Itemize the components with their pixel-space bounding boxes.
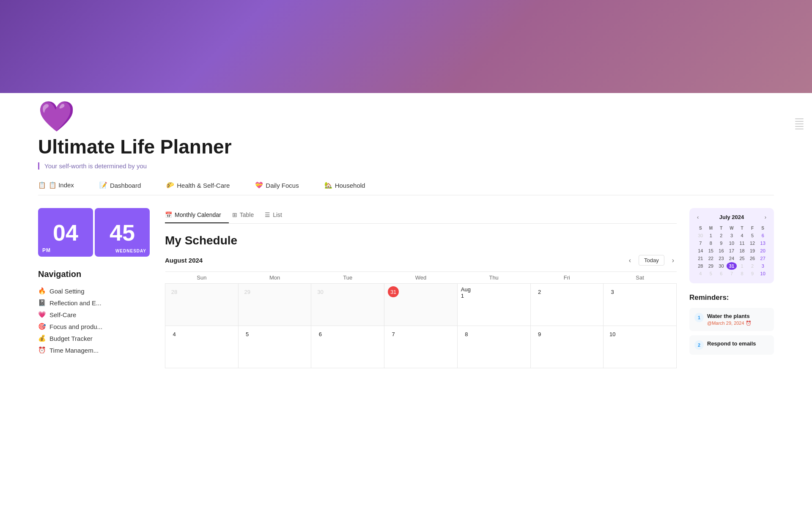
- mini-day[interactable]: 18: [737, 247, 747, 255]
- next-month-button[interactable]: ›: [669, 256, 677, 265]
- mini-cal-row: 21 22 23 24 25 26 27: [695, 255, 768, 262]
- table-cell[interactable]: 10: [604, 326, 677, 368]
- journal-icon: 📓: [38, 299, 46, 307]
- right-sidebar: ‹ July 2024 › S M T W T F S: [689, 208, 774, 368]
- mini-day[interactable]: 9: [747, 270, 758, 277]
- calendar-month: August 2024: [165, 257, 203, 264]
- mini-day[interactable]: 22: [706, 255, 716, 262]
- today-button[interactable]: Today: [639, 255, 664, 266]
- table-cell[interactable]: 3: [604, 284, 677, 326]
- mini-cal-grid: S M T W T F S 30 1 2: [695, 225, 768, 277]
- mini-day[interactable]: 1: [706, 232, 716, 239]
- weekday-sat: Sat: [604, 272, 677, 284]
- calendar-controls: ‹ Today ›: [626, 255, 677, 266]
- mini-day[interactable]: 8: [706, 239, 716, 247]
- table-cell[interactable]: 31: [384, 284, 458, 326]
- nav-section: Navigation 🔥 Goal Setting 📓 Reflection a…: [38, 269, 152, 356]
- table-cell[interactable]: 4: [165, 326, 239, 368]
- mini-day[interactable]: 4: [737, 232, 747, 239]
- mini-cal-header: ‹ July 2024 ›: [695, 214, 768, 220]
- tab-list[interactable]: ☰ List: [265, 208, 290, 223]
- mini-day[interactable]: 6: [716, 270, 727, 277]
- mini-day[interactable]: 15: [706, 247, 716, 255]
- mini-cal-row: 4 5 6 7 8 9 10: [695, 270, 768, 277]
- mini-day[interactable]: 25: [737, 255, 747, 262]
- mini-day[interactable]: 8: [737, 270, 747, 277]
- mini-day[interactable]: 23: [716, 255, 727, 262]
- mini-cal-next[interactable]: ›: [763, 214, 768, 220]
- fire-icon: 🔥: [38, 287, 46, 295]
- top-nav: 📋 📋 Index 📝 Dashboard 🌮 Health & Self-Ca…: [38, 181, 774, 195]
- mini-day[interactable]: 10: [727, 239, 737, 247]
- mini-day[interactable]: 26: [747, 255, 758, 262]
- nav-item-budget[interactable]: 💰 Budget Tracker: [38, 332, 152, 344]
- nav-item-index[interactable]: 📋 📋 Index: [38, 181, 74, 189]
- mini-day[interactable]: 4: [695, 270, 706, 277]
- calendar-header: August 2024 ‹ Today ›: [165, 255, 677, 266]
- nav-item-goal-setting[interactable]: 🔥 Goal Setting: [38, 285, 152, 297]
- mini-day[interactable]: 30: [695, 232, 706, 239]
- reminder-card-2: 2 Respond to emails: [689, 335, 774, 355]
- scrollbar[interactable]: [795, 118, 804, 129]
- mini-day[interactable]: 19: [747, 247, 758, 255]
- mini-day[interactable]: 9: [716, 239, 727, 247]
- prev-month-button[interactable]: ‹: [626, 256, 634, 265]
- weekday-tue: Tue: [311, 272, 384, 284]
- mini-day[interactable]: 7: [727, 270, 737, 277]
- table-cell[interactable]: 6: [311, 326, 384, 368]
- nav-item-health[interactable]: 🌮 Health & Self-Care: [166, 181, 230, 189]
- mini-day[interactable]: 5: [747, 232, 758, 239]
- mini-day[interactable]: 13: [757, 239, 768, 247]
- table-cell[interactable]: 28: [165, 284, 239, 326]
- mini-day[interactable]: 11: [737, 239, 747, 247]
- table-cell[interactable]: Aug 1: [457, 284, 530, 326]
- mini-day[interactable]: 1: [737, 262, 747, 270]
- mini-day-today[interactable]: 31: [727, 262, 737, 270]
- mini-day[interactable]: 16: [716, 247, 727, 255]
- mini-day[interactable]: 2: [747, 262, 758, 270]
- mini-day[interactable]: 3: [757, 262, 768, 270]
- mini-cal-title: July 2024: [719, 214, 744, 220]
- nav-item-self-care[interactable]: 💗 Self-Care: [38, 309, 152, 321]
- calendar-row: 28 29 30 31 Aug 1 2 3: [165, 284, 677, 326]
- tab-monthly-calendar[interactable]: 📅 Monthly Calendar: [165, 208, 229, 223]
- mini-day[interactable]: 6: [757, 232, 768, 239]
- table-cell[interactable]: 30: [311, 284, 384, 326]
- nav-item-reflection[interactable]: 📓 Reflection and E...: [38, 297, 152, 309]
- mini-day[interactable]: 30: [716, 262, 727, 270]
- page-title: Ultimate Life Planner: [38, 135, 774, 158]
- nav-item-time[interactable]: ⏰ Time Managem...: [38, 344, 152, 356]
- center-content: 📅 Monthly Calendar ⊞ Table ☰ List My Sch…: [165, 208, 677, 368]
- tab-table[interactable]: ⊞ Table: [232, 208, 261, 223]
- table-cell[interactable]: 7: [384, 326, 458, 368]
- table-cell[interactable]: 29: [238, 284, 311, 326]
- page-subtitle: Your self-worth is determined by you: [38, 162, 774, 170]
- mini-day[interactable]: 3: [727, 232, 737, 239]
- nav-item-household[interactable]: 🏡 Household: [324, 181, 365, 189]
- table-cell[interactable]: 5: [238, 326, 311, 368]
- table-cell[interactable]: 2: [530, 284, 604, 326]
- mini-day[interactable]: 12: [747, 239, 758, 247]
- mini-weekday: T: [716, 225, 727, 232]
- mini-day[interactable]: 24: [727, 255, 737, 262]
- mini-day[interactable]: 10: [757, 270, 768, 277]
- table-cell[interactable]: 9: [530, 326, 604, 368]
- mini-day[interactable]: 2: [716, 232, 727, 239]
- nav-item-daily-focus[interactable]: 💝 Daily Focus: [255, 181, 299, 189]
- mini-day[interactable]: 14: [695, 247, 706, 255]
- mini-day[interactable]: 21: [695, 255, 706, 262]
- reminders-section: Reminders: 1 Water the plants @March 29,…: [689, 293, 774, 355]
- mini-cal-prev[interactable]: ‹: [695, 214, 700, 220]
- nav-item-dashboard[interactable]: 📝 Dashboard: [99, 181, 141, 189]
- table-cell[interactable]: 8: [457, 326, 530, 368]
- mini-day[interactable]: 5: [706, 270, 716, 277]
- mini-day[interactable]: 20: [757, 247, 768, 255]
- scroll-line: [795, 121, 804, 122]
- mini-day[interactable]: 7: [695, 239, 706, 247]
- nav-item-focus[interactable]: 🎯 Focus and produ...: [38, 321, 152, 332]
- mini-calendar: ‹ July 2024 › S M T W T F S: [689, 208, 774, 283]
- mini-day[interactable]: 17: [727, 247, 737, 255]
- mini-day[interactable]: 29: [706, 262, 716, 270]
- mini-day[interactable]: 28: [695, 262, 706, 270]
- mini-day[interactable]: 27: [757, 255, 768, 262]
